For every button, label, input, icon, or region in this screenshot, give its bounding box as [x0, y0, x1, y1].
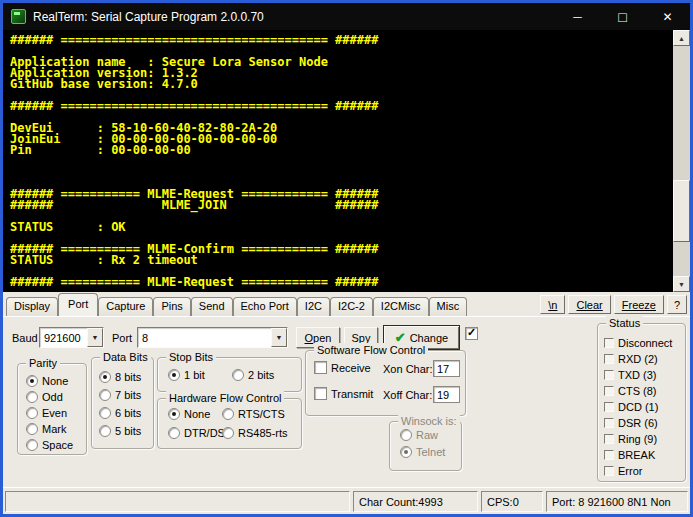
- tab-port[interactable]: Port: [58, 293, 98, 316]
- close-button[interactable]: ✕: [645, 3, 690, 30]
- scroll-up-icon: ▲: [678, 35, 685, 42]
- change-check-icon: ✔: [395, 332, 406, 343]
- radio-icon: [168, 369, 180, 381]
- terminal-output: ###### =================================…: [3, 30, 690, 288]
- statusbar-char-count: Char Count:4993: [353, 491, 478, 512]
- cts-led-icon: [604, 386, 614, 396]
- stop-bits-radio-1[interactable]: 1 bit: [168, 369, 205, 381]
- minimize-button[interactable]: ─: [555, 3, 600, 30]
- port-value: 8: [138, 332, 271, 344]
- option-label: Even: [42, 407, 67, 419]
- app-icon: [11, 9, 26, 24]
- radio-icon: [400, 446, 412, 458]
- parity-radio-even[interactable]: Even: [26, 407, 67, 419]
- newline-button[interactable]: \n: [540, 295, 565, 314]
- parity-radio-space[interactable]: Space: [26, 439, 73, 451]
- data-bits-group-title: Data Bits: [100, 350, 151, 364]
- hw-flow-radio-rs485[interactable]: RS485-rts: [222, 427, 288, 439]
- help-button[interactable]: ?: [667, 295, 687, 314]
- checkbox-check-icon: ✓: [467, 326, 476, 339]
- option-label: Mark: [42, 423, 66, 435]
- scroll-down-button[interactable]: ▼: [673, 276, 690, 292]
- scroll-down-icon: ▼: [678, 281, 685, 288]
- radio-icon: [232, 369, 244, 381]
- window-controls: ─ □ ✕: [555, 3, 690, 30]
- parity-radio-mark[interactable]: Mark: [26, 423, 66, 435]
- parity-group: Parity None Odd Even Mark Space: [17, 363, 87, 455]
- parity-radio-odd[interactable]: Odd: [26, 391, 63, 403]
- terminal-view[interactable]: ###### =================================…: [3, 30, 690, 292]
- status-item-label: DSR (6): [618, 417, 658, 429]
- parity-radio-none[interactable]: None: [26, 375, 68, 387]
- tab-misc[interactable]: Misc: [429, 297, 468, 316]
- radio-icon: [400, 429, 412, 441]
- radio-icon: [168, 427, 180, 439]
- data-bits-radio-8[interactable]: 8 bits: [99, 371, 141, 383]
- data-bits-radio-7[interactable]: 7 bits: [99, 389, 141, 401]
- status-item-dsr: DSR (6): [604, 417, 658, 429]
- ring-led-icon: [604, 434, 614, 444]
- port-label: Port: [112, 332, 132, 344]
- option-label: 8 bits: [115, 371, 141, 383]
- option-label: 7 bits: [115, 389, 141, 401]
- freeze-button[interactable]: Freeze: [614, 295, 664, 314]
- option-label: None: [42, 375, 68, 387]
- tab-echo-port[interactable]: Echo Port: [233, 297, 297, 316]
- status-item-label: TXD (3): [618, 369, 657, 381]
- tab-pins[interactable]: Pins: [153, 297, 190, 316]
- open-button-label: Open: [305, 332, 332, 344]
- tab-send[interactable]: Send: [191, 297, 233, 316]
- titlebar[interactable]: RealTerm: Serial Capture Program 2.0.0.7…: [3, 3, 690, 30]
- xoff-char-input[interactable]: [433, 386, 460, 403]
- tab-display[interactable]: Display: [6, 297, 58, 316]
- hw-flow-radio-rtscts[interactable]: RTS/CTS: [222, 408, 285, 420]
- xoff-char-label: Xoff Char:: [383, 389, 432, 401]
- transmit-checkbox[interactable]: Transmit: [314, 387, 373, 400]
- data-bits-radio-6[interactable]: 6 bits: [99, 407, 141, 419]
- option-label: 5 bits: [115, 425, 141, 437]
- terminal-scrollbar[interactable]: ▲ ▼: [673, 30, 690, 292]
- break-led-icon: [604, 450, 614, 460]
- hw-flow-radio-none[interactable]: None: [168, 408, 210, 420]
- winsock-radio-telnet[interactable]: Telnet: [400, 446, 445, 458]
- status-item-break: BREAK: [604, 449, 655, 461]
- status-indicators-group: Status Disconnect RXD (2) TXD (3) CTS (8…: [597, 323, 686, 482]
- clear-button[interactable]: Clear: [568, 295, 610, 314]
- radio-icon: [222, 408, 234, 420]
- port-dropdown-icon[interactable]: ▼: [271, 328, 287, 347]
- data-bits-radio-5[interactable]: 5 bits: [99, 425, 141, 437]
- option-label: Receive: [331, 362, 371, 374]
- radio-icon: [222, 427, 234, 439]
- software-flow-group: Software Flow Control Receive Xon Char: …: [305, 350, 466, 416]
- tab-i2c-2[interactable]: I2C-2: [330, 297, 373, 316]
- status-item-disconnect: Disconnect: [604, 337, 672, 349]
- port-combobox[interactable]: 8 ▼: [137, 327, 288, 348]
- tab-i2cmisc[interactable]: I2CMisc: [373, 297, 429, 316]
- winsock-radio-raw[interactable]: Raw: [400, 429, 438, 441]
- status-item-label: Disconnect: [618, 337, 672, 349]
- radio-icon: [99, 371, 111, 383]
- receive-checkbox[interactable]: Receive: [314, 361, 371, 374]
- minimize-icon: ─: [573, 10, 582, 24]
- stop-bits-radio-2[interactable]: 2 bits: [232, 369, 274, 381]
- radio-icon: [168, 408, 180, 420]
- option-label: Transmit: [331, 388, 373, 400]
- maximize-button[interactable]: □: [600, 3, 645, 30]
- tab-i2c[interactable]: I2C: [297, 297, 330, 316]
- status-item-label: Ring (9): [618, 433, 657, 445]
- status-item-ring: Ring (9): [604, 433, 657, 445]
- software-flow-group-title: Software Flow Control: [314, 343, 428, 357]
- close-icon: ✕: [662, 10, 672, 24]
- error-led-icon: [604, 466, 614, 476]
- status-group-title: Status: [606, 316, 643, 330]
- baud-combobox[interactable]: 921600 ▼: [39, 327, 104, 348]
- tab-capture[interactable]: Capture: [98, 297, 153, 316]
- option-label: RS485-rts: [238, 427, 288, 439]
- scroll-up-button[interactable]: ▲: [673, 30, 690, 46]
- scroll-thumb[interactable]: [673, 180, 690, 242]
- baud-dropdown-icon[interactable]: ▼: [87, 328, 103, 347]
- dropdown-arrow-icon: ▼: [92, 334, 99, 341]
- change-checkbox[interactable]: ✓: [465, 327, 478, 340]
- checkbox-icon: [314, 387, 327, 400]
- xon-char-input[interactable]: [433, 360, 460, 377]
